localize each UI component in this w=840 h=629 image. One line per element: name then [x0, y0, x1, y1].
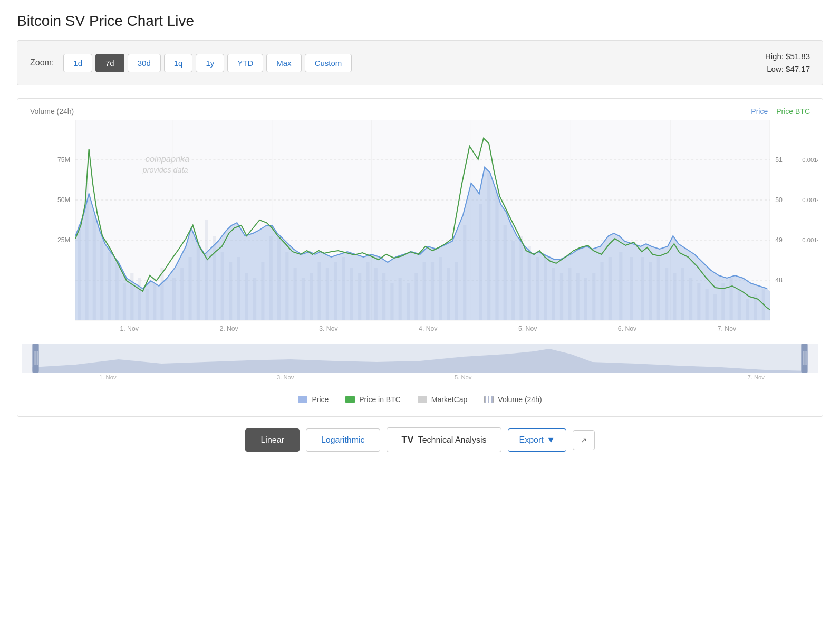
legend-price-label: Price — [312, 395, 329, 404]
zoom-ytd[interactable]: YTD — [227, 54, 263, 72]
bottom-toolbar: Linear Logarithmic TV Technical Analysis… — [17, 417, 823, 456]
chart-svg: coinpaprika provides data — [22, 120, 818, 341]
logarithmic-button[interactable]: Logarithmic — [306, 428, 380, 452]
svg-text:provides data: provides data — [142, 166, 188, 174]
expand-button[interactable]: ↗ — [573, 430, 595, 450]
page-title: Bitcoin SV Price Chart Live — [17, 13, 823, 30]
export-button[interactable]: Export ▼ — [508, 428, 566, 452]
main-chart: coinpaprika provides data — [22, 120, 818, 341]
chart-legend-header: Price Price BTC — [751, 107, 810, 116]
zoom-7d[interactable]: 7d — [95, 54, 124, 72]
chart-header: Volume (24h) Price Price BTC — [22, 107, 818, 120]
legend-volume-label: Volume (24h) — [498, 395, 542, 404]
export-chevron-icon: ▼ — [547, 435, 555, 445]
svg-rect-118 — [801, 344, 807, 373]
high-value: High: $51.83 — [765, 50, 810, 63]
zoom-custom[interactable]: Custom — [305, 54, 352, 72]
legend-marketcap-box — [418, 396, 427, 403]
svg-text:51: 51 — [775, 156, 783, 164]
svg-text:4. Nov: 4. Nov — [419, 325, 438, 332]
linear-button[interactable]: Linear — [245, 428, 299, 452]
zoom-30d[interactable]: 30d — [128, 54, 161, 72]
chart-container: Volume (24h) Price Price BTC coinpaprika… — [17, 98, 823, 417]
svg-text:50M: 50M — [57, 196, 70, 204]
svg-text:7. Nov: 7. Nov — [747, 374, 765, 380]
legend-volume-box — [484, 396, 494, 403]
zoom-1q[interactable]: 1q — [164, 54, 193, 72]
svg-text:0.0014: 0.0014 — [802, 237, 818, 243]
zoom-max[interactable]: Max — [266, 54, 301, 72]
svg-text:7. Nov: 7. Nov — [718, 325, 737, 332]
zoom-bar: Zoom: 1d 7d 30d 1q 1y YTD Max Custom Hig… — [17, 40, 823, 85]
svg-text:0.001425: 0.001425 — [802, 197, 818, 203]
zoom-label: Zoom: — [30, 58, 54, 68]
volume-label: Volume (24h) — [30, 107, 74, 116]
tv-logo: TV — [402, 434, 414, 445]
svg-text:3. Nov: 3. Nov — [319, 325, 338, 332]
svg-text:1. Nov: 1. Nov — [99, 374, 117, 380]
export-label: Export — [519, 435, 543, 445]
zoom-1y[interactable]: 1y — [196, 54, 224, 72]
svg-text:2. Nov: 2. Nov — [219, 325, 238, 332]
legend-btc-box — [345, 396, 355, 403]
svg-text:48: 48 — [775, 277, 783, 284]
minimap-svg: 1. Nov 3. Nov 5. Nov 7. Nov — [22, 344, 818, 380]
svg-text:1. Nov: 1. Nov — [120, 325, 139, 332]
chart-legend: Price Price in BTC MarketCap Volume (24h… — [22, 389, 818, 412]
legend-price-box — [298, 396, 307, 403]
legend-volume: Volume (24h) — [484, 395, 542, 404]
legend-marketcap: MarketCap — [418, 395, 467, 404]
svg-text:3. Nov: 3. Nov — [277, 374, 294, 380]
svg-text:49: 49 — [775, 236, 783, 244]
price-toggle[interactable]: Price — [751, 107, 768, 116]
svg-text:0.00145: 0.00145 — [802, 157, 818, 163]
legend-btc-label: Price in BTC — [359, 395, 401, 404]
svg-text:50: 50 — [775, 196, 783, 204]
legend-price: Price — [298, 395, 329, 404]
minimap[interactable]: 1. Nov 3. Nov 5. Nov 7. Nov — [22, 344, 818, 380]
price-btc-toggle[interactable]: Price BTC — [776, 107, 810, 116]
legend-btc: Price in BTC — [345, 395, 401, 404]
svg-text:coinpaprika: coinpaprika — [146, 154, 189, 164]
expand-icon: ↗ — [581, 436, 587, 444]
legend-marketcap-label: MarketCap — [431, 395, 467, 404]
svg-text:25M: 25M — [57, 236, 70, 244]
zoom-1d[interactable]: 1d — [63, 54, 92, 72]
svg-text:6. Nov: 6. Nov — [618, 325, 637, 332]
zoom-controls: Zoom: 1d 7d 30d 1q 1y YTD Max Custom — [30, 54, 352, 72]
svg-text:75M: 75M — [57, 156, 70, 164]
technical-analysis-button[interactable]: TV Technical Analysis — [387, 427, 502, 452]
technical-analysis-label: Technical Analysis — [418, 435, 487, 445]
svg-text:5. Nov: 5. Nov — [455, 374, 472, 380]
zoom-stats: High: $51.83 Low: $47.17 — [765, 50, 810, 75]
svg-text:5. Nov: 5. Nov — [518, 325, 537, 332]
svg-rect-117 — [32, 344, 38, 373]
low-value: Low: $47.17 — [765, 63, 810, 75]
